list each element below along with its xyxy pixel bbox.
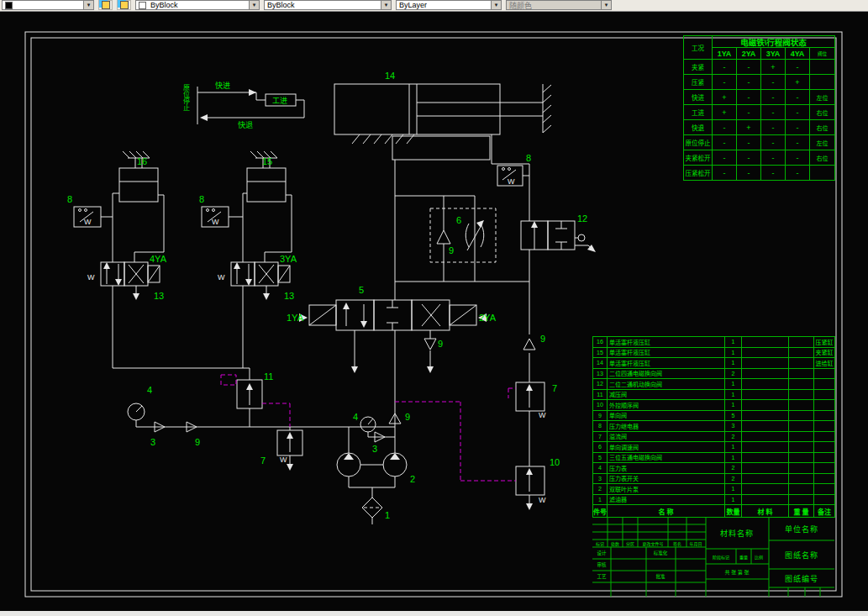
- table-cell: -: [737, 75, 761, 90]
- table-cell: [814, 484, 835, 495]
- plotstyle-color-combo[interactable]: 随颜色 ▾: [506, 0, 612, 10]
- bom-table: 件号 名 称 数量 材 料 重 量 备注 16单活塞杆液压缸1压紧缸15单活塞杆…: [592, 336, 835, 518]
- table-cell: [789, 379, 814, 390]
- lineweight-combo[interactable]: ByBlock ▾: [264, 0, 392, 10]
- status-bar-edge: [0, 611, 868, 616]
- table-cell: 1: [725, 484, 742, 495]
- table-cell: +: [737, 120, 761, 135]
- chevron-down-icon[interactable]: ▾: [491, 1, 501, 9]
- status-col-2ya: 2YA: [737, 48, 761, 60]
- table-cell: [814, 400, 835, 411]
- table-cell: -: [737, 135, 761, 150]
- status-title: 电磁铁\行程阀状态: [713, 36, 835, 48]
- component-label: W: [218, 273, 225, 282]
- plotstyle-value: ByLayer: [397, 1, 427, 9]
- table-cell: -: [761, 150, 786, 166]
- chevron-down-icon[interactable]: ▾: [381, 1, 391, 9]
- lineweight-value: ByBlock: [265, 1, 295, 9]
- speed-vertical-label: 原位停止: [182, 84, 190, 111]
- table-cell: 1: [725, 358, 742, 369]
- component-label: 11: [264, 371, 273, 382]
- component-label: 7: [552, 383, 557, 393]
- plotstyle-combo[interactable]: ByLayer ▾: [396, 0, 502, 10]
- table-cell: -: [761, 166, 786, 181]
- component-label: 15: [262, 156, 272, 166]
- table-cell: 单活塞杆液压缸: [608, 348, 725, 359]
- table-cell: [789, 432, 814, 443]
- table-cell: 滤油器: [608, 495, 725, 506]
- table-cell: -: [786, 135, 810, 150]
- table-cell: -: [761, 105, 786, 120]
- component-label: 2YA: [479, 313, 497, 323]
- table-cell: [789, 337, 814, 348]
- table-cell: [789, 358, 814, 369]
- linetype-value: ByBlock: [148, 1, 178, 9]
- table-cell: -: [761, 120, 786, 135]
- table-cell: 夹紧: [684, 60, 713, 75]
- object-properties-toolbar: ▾ ByBlock ▾ ByBlock ▾ ByLayer ▾ 随颜色 ▾: [0, 0, 868, 12]
- table-cell: -: [786, 150, 810, 166]
- status-table: 工况 电磁铁\行程阀状态 1YA 2YA 3YA 4YA 阀位 夹紧--+-压紧…: [683, 35, 835, 181]
- table-cell: [742, 369, 789, 380]
- plotstyle-color-value: 随颜色: [507, 0, 532, 11]
- component-label: 8: [199, 194, 204, 204]
- component-label: 4: [353, 412, 358, 422]
- table-cell: [789, 348, 814, 359]
- chevron-down-icon[interactable]: ▾: [249, 1, 259, 9]
- table-cell: 二位二通机动换向阀: [608, 379, 725, 390]
- component-label: W: [87, 273, 95, 282]
- component-label: W: [212, 218, 219, 226]
- table-cell: 15: [593, 348, 608, 359]
- table-cell: 12: [593, 379, 608, 390]
- component-label: 4: [147, 385, 152, 395]
- table-cell: [789, 442, 814, 453]
- table-cell: -: [713, 166, 737, 181]
- title-block-grid: [592, 517, 834, 597]
- table-cell: 工进: [684, 105, 713, 120]
- component-label: 1YA: [287, 313, 304, 323]
- linetype-swatch: [139, 2, 146, 9]
- table-cell: 压紧松开: [684, 166, 713, 181]
- table-cell: -: [713, 75, 737, 90]
- table-cell: 左位: [810, 135, 835, 150]
- fast-forward-label: 快进: [215, 81, 230, 90]
- table-cell: [814, 474, 835, 485]
- component-label: 12: [577, 213, 587, 224]
- cylinder-16: [119, 168, 158, 202]
- linetype-combo[interactable]: ByBlock ▾: [135, 0, 260, 10]
- table-cell: 1: [725, 495, 742, 506]
- table-cell: -: [786, 105, 810, 120]
- table-cell: 单活塞杆液压缸: [608, 358, 725, 369]
- table-cell: 右位: [810, 120, 835, 135]
- chevron-down-icon[interactable]: ▾: [601, 1, 611, 9]
- table-cell: 1: [725, 390, 742, 401]
- table-cell: +: [713, 90, 737, 105]
- table-cell: -: [786, 60, 810, 75]
- table-cell: [742, 442, 789, 453]
- make-object-layer-current-icon[interactable]: [98, 0, 113, 10]
- table-cell: 2: [725, 463, 742, 474]
- table-cell: 2: [593, 484, 608, 495]
- table-cell: [789, 474, 814, 485]
- table-cell: [742, 390, 789, 401]
- table-cell: [742, 358, 789, 369]
- table-cell: -: [737, 105, 761, 120]
- roller-actuator: [578, 234, 585, 241]
- table-cell: 进给缸: [814, 358, 835, 369]
- table-cell: 2: [725, 474, 742, 485]
- component-label: W: [84, 218, 92, 226]
- drawing-canvas[interactable]: 原位停止 快进 工进 快退 1416158884YA3YA131351YA2YA…: [0, 0, 868, 616]
- color-combo[interactable]: ▾: [2, 0, 94, 10]
- valve-5: [336, 300, 374, 330]
- table-cell: [810, 60, 835, 75]
- table-cell: 2: [725, 432, 742, 443]
- table-cell: [789, 484, 814, 495]
- table-cell: 9: [593, 411, 608, 422]
- layer-previous-icon[interactable]: [117, 0, 131, 10]
- component-label: 13: [284, 291, 294, 301]
- table-cell: 三位五通电磁换向阀: [608, 453, 725, 464]
- component-label: 8: [67, 194, 72, 204]
- chevron-down-icon[interactable]: ▾: [83, 1, 93, 9]
- table-cell: 单向调速阀: [608, 442, 725, 453]
- table-cell: 1: [725, 337, 742, 348]
